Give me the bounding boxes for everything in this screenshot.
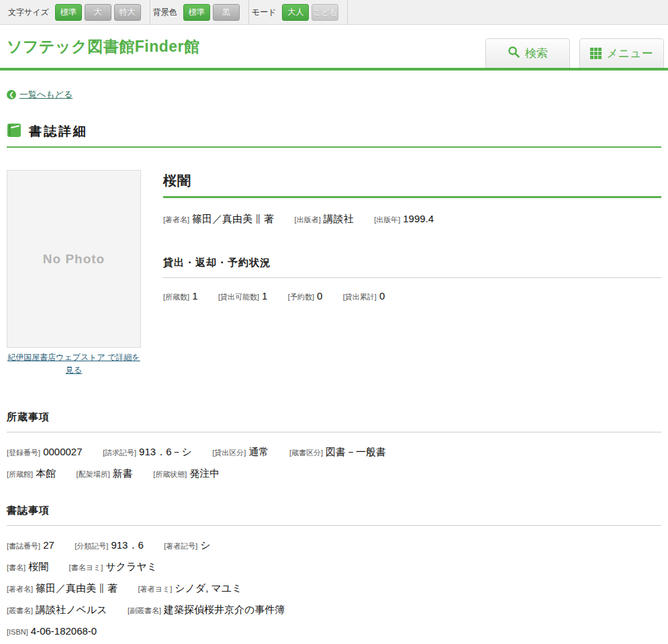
field-label: [貸出累計]: [343, 293, 377, 301]
field-value: シノダ, マユミ: [175, 582, 242, 594]
lending-status-row: [所蔵数]1 [貸出可能数]1 [予約数]0 [貸出累計]0: [163, 290, 661, 302]
field-value: 発注中: [189, 467, 220, 479]
kinokuniya-store-link[interactable]: 紀伊国屋書店ウェブストア で詳細を見る: [7, 351, 141, 376]
field-value: 1999.4: [403, 213, 434, 224]
field-label: [書名ヨミ]: [69, 563, 103, 571]
mode-adult-button[interactable]: 大人: [282, 4, 309, 21]
menu-button-label: メニュー: [606, 46, 653, 61]
field-value: 913．6: [111, 539, 143, 551]
field-label: [請求記号]: [103, 449, 136, 457]
book-icon: [7, 123, 21, 140]
field-pair: [書誌番号]27: [7, 539, 54, 551]
field-label: [叢書名]: [7, 606, 33, 614]
menu-grid-icon: [590, 48, 602, 59]
mode-label: モード: [252, 7, 277, 18]
field-label: [貸出区分]: [212, 449, 246, 457]
field-pair: [ISBN]4-06-182068-0: [7, 625, 97, 637]
holding-heading: 所蔵事項: [7, 411, 661, 424]
field-label: [著者名]: [7, 585, 33, 593]
field-label: [分類記号]: [75, 542, 108, 550]
biblio-row: [叢書名]講談社ノベルス [副叢書名]建築探偵桜井京介の事件簿: [7, 604, 661, 616]
page-title: 書誌詳細: [29, 123, 88, 140]
field-pair: [書名ヨミ]サクラヤミ: [69, 561, 157, 572]
field-pair: [請求記号]913．6－シ: [103, 446, 192, 457]
field-pair: [貸出累計]0: [343, 290, 385, 302]
mode-group: モード 大人 こども: [249, 0, 348, 24]
heading-divider: [7, 432, 661, 432]
search-button[interactable]: 検索: [485, 38, 570, 68]
search-button-label: 検索: [525, 46, 548, 61]
field-value: 講談社ノベルス: [36, 604, 107, 615]
holding-row: [所蔵館]本館 [配架場所]新書 [所蔵状態]発注中: [7, 467, 661, 480]
cover-column: No Photo 紀伊国屋書店ウェブストア で詳細を見る: [7, 170, 141, 376]
font-size-standard-button[interactable]: 標準: [55, 4, 82, 21]
field-value: 0: [379, 290, 385, 302]
field-label: [書名]: [7, 563, 26, 571]
field-value: 1: [192, 290, 197, 302]
field-value: 27: [43, 539, 54, 551]
field-label: [著者名]: [163, 216, 189, 224]
field-label: [所蔵数]: [163, 293, 189, 301]
field-pair: [所蔵状態]発注中: [153, 467, 220, 479]
lending-status-heading: 貸出・返却・予約状況: [163, 257, 661, 269]
background-color-label: 背景色: [153, 7, 177, 18]
mode-kids-button[interactable]: こども: [312, 4, 338, 21]
field-label: [著者記号]: [164, 542, 197, 550]
font-size-large-button[interactable]: 大: [85, 4, 111, 21]
book-title: 桜闇: [163, 172, 661, 190]
biblio-row: [ISBN]4-06-182068-0: [7, 625, 661, 637]
field-label: [蔵書区分]: [289, 449, 323, 457]
header-buttons: 検索 メニュー: [485, 38, 664, 68]
field-value: 本館: [36, 467, 56, 479]
field-pair: [著者名]篠田／真由美 ∥ 著: [163, 213, 274, 224]
field-label: [登録番号]: [7, 449, 40, 457]
field-label: [書誌番号]: [7, 542, 40, 550]
font-size-xlarge-button[interactable]: 特大: [114, 4, 141, 21]
field-pair: [貸出可能数]1: [218, 290, 267, 302]
holding-row: [登録番号]0000027 [請求記号]913．6－シ [貸出区分]通常 [蔵書…: [7, 446, 661, 459]
field-pair: [蔵書区分]図書－一般書: [289, 446, 386, 457]
font-size-label: 文字サイズ: [8, 7, 49, 18]
field-pair: [叢書名]講談社ノベルス: [7, 604, 107, 615]
book-meta-row: [著者名]篠田／真由美 ∥ 著 [出版者]講談社 [出版年]1999.4: [163, 213, 661, 226]
field-value: 図書－一般書: [326, 446, 386, 457]
field-pair: [著者記号]シ: [164, 539, 210, 551]
back-to-list-link[interactable]: 一覧へもどる: [19, 89, 73, 101]
field-pair: [登録番号]0000027: [7, 446, 83, 457]
field-pair: [貸出区分]通常: [212, 446, 269, 457]
book-detail: No Photo 紀伊国屋書店ウェブストア で詳細を見る 桜闇 [著者名]篠田／…: [7, 170, 661, 376]
field-label: [所蔵状態]: [153, 470, 187, 478]
field-value: 913．6－シ: [139, 446, 192, 457]
heading-divider: [163, 277, 661, 278]
section-divider: [7, 146, 661, 148]
field-label: [予約数]: [288, 293, 314, 301]
menu-button[interactable]: メニュー: [579, 38, 664, 68]
field-label: [所蔵館]: [7, 470, 33, 478]
field-label: [出版者]: [295, 216, 321, 224]
field-pair: [副叢書名]建築探偵桜井京介の事件簿: [128, 604, 285, 615]
main-content: ❮ 一覧へもどる 書誌詳細 No Photo 紀伊国屋書店ウェブストア で詳細を…: [0, 89, 668, 644]
site-title: ソフテック図書館Finder館: [7, 36, 199, 57]
biblio-section: 書誌事項 [書誌番号]27 [分類記号]913．6 [著者記号]シ [書名]桜闇…: [7, 504, 661, 644]
font-size-group: 文字サイズ 標準 大 特大: [5, 0, 150, 24]
field-pair: [予約数]0: [288, 290, 322, 302]
field-value: 1: [262, 290, 267, 302]
field-label: [配架場所]: [77, 470, 110, 478]
field-pair: [著者名]篠田／真由美 ∥ 著: [7, 582, 117, 594]
accessibility-toolbar: 文字サイズ 標準 大 特大 背景色 標準 黒 モード 大人 こども: [0, 0, 668, 25]
field-pair: [配架場所]新書: [77, 467, 133, 479]
background-color-group: 背景色 標準 黒: [150, 0, 248, 24]
title-divider: [163, 196, 661, 198]
field-value: サクラヤミ: [105, 561, 157, 572]
bg-black-button[interactable]: 黒: [213, 4, 240, 21]
field-value: 建築探偵桜井京介の事件簿: [164, 604, 285, 615]
search-icon: [508, 46, 520, 62]
bg-standard-button[interactable]: 標準: [183, 4, 210, 21]
field-value: 篠田／真由美 ∥ 著: [192, 213, 274, 224]
field-label: [貸出可能数]: [218, 293, 259, 301]
site-header: ソフテック図書館Finder館 検索 メニュー: [0, 25, 668, 71]
holding-section: 所蔵事項 [登録番号]0000027 [請求記号]913．6－シ [貸出区分]通…: [7, 411, 661, 480]
field-value: 通常: [248, 446, 269, 457]
field-value: 新書: [113, 467, 133, 479]
biblio-row: [著者名]篠田／真由美 ∥ 著 [著者ヨミ]シノダ, マユミ: [7, 582, 661, 595]
